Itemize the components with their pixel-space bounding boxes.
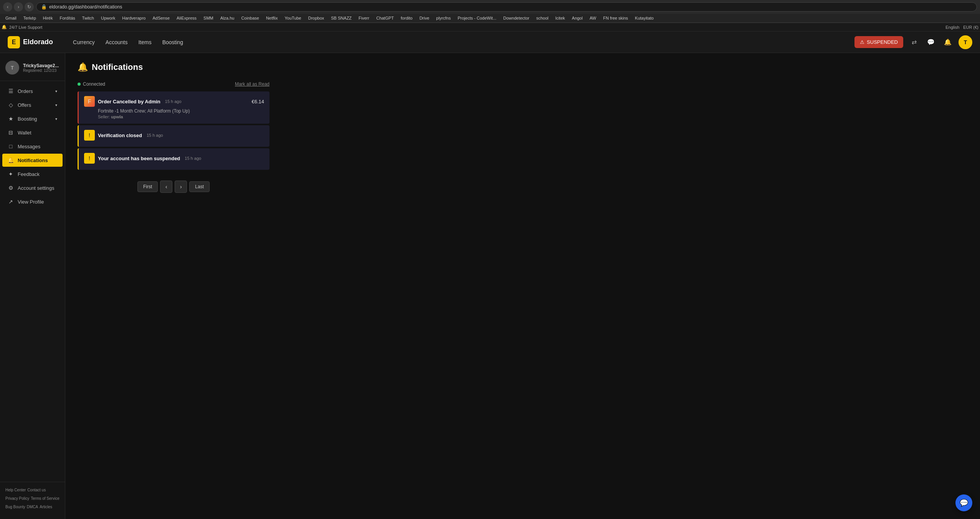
sidebar-item-account-settings[interactable]: ⚙ Account settings xyxy=(2,181,63,194)
bookmark-item[interactable]: Fiverr xyxy=(356,15,372,21)
user-avatar-button[interactable]: T xyxy=(959,35,972,49)
header-actions: ⚠ SUSPENDED ⇄ 💬 🔔 T xyxy=(854,35,972,49)
language-selector[interactable]: English xyxy=(945,25,959,30)
notif-time: 15 h ago xyxy=(147,133,163,138)
logo-icon: E xyxy=(8,36,20,48)
sidebar-item-offers[interactable]: ◇ Offers ▾ xyxy=(2,98,63,111)
bookmark-item[interactable]: Drive xyxy=(417,15,432,21)
header-nav-boosting[interactable]: Boosting xyxy=(158,36,188,48)
bookmark-item[interactable]: lcitek xyxy=(553,15,567,21)
bookmark-item[interactable]: AW xyxy=(587,15,598,21)
sidebar-item-notifications[interactable]: 🔔 Notifications xyxy=(2,154,63,167)
notif-time: 15 h ago xyxy=(185,156,201,161)
footer-link[interactable]: Terms of Service xyxy=(31,495,59,502)
bookmark-item[interactable]: SMM xyxy=(201,15,216,21)
notification-icon-button[interactable]: 🔔 xyxy=(942,36,954,48)
footer-link[interactable]: Help Center xyxy=(5,487,26,494)
bookmark-item[interactable]: Kutayitato xyxy=(633,15,656,21)
footer-link[interactable]: Bug Bounty xyxy=(5,504,25,511)
connection-status: Connected Mark all as Read xyxy=(78,81,269,87)
last-page-button[interactable]: Last xyxy=(189,181,210,192)
connected-text: Connected xyxy=(83,81,105,87)
arrow-icon: ▾ xyxy=(55,103,57,107)
sidebar-item-view-profile[interactable]: ↗ View Profile xyxy=(2,195,63,208)
header-nav-accounts[interactable]: Accounts xyxy=(101,36,132,48)
sidebar-item-messages[interactable]: □ Messages xyxy=(2,140,63,153)
notifications-icon: 🔔 xyxy=(8,157,14,163)
sidebar-label-offers: Offers xyxy=(18,102,31,108)
sidebar-label-feedback: Feedback xyxy=(18,171,40,177)
back-button[interactable]: ‹ xyxy=(3,2,12,12)
address-bar[interactable]: 🔒 eldorado.gg/dashboard/notifications xyxy=(36,2,977,12)
bookmark-item[interactable]: Alza.hu xyxy=(218,15,237,21)
reload-button[interactable]: ↻ xyxy=(25,2,34,12)
logo[interactable]: E Eldorado xyxy=(8,36,53,48)
bookmark-item[interactable]: school xyxy=(534,15,551,21)
notif-title: Your account has been suspended xyxy=(98,156,180,161)
notif-icon: ! xyxy=(84,130,95,141)
bookmark-item[interactable]: fordito xyxy=(398,15,415,21)
sidebar-item-wallet[interactable]: ⊟ Wallet xyxy=(2,126,63,139)
bookmark-item[interactable]: FN free skins xyxy=(601,15,630,21)
notification-item[interactable]: F Order Cancelled by Admin 15 h ago €6.1… xyxy=(78,91,269,124)
bookmark-item[interactable]: Downdetector xyxy=(501,15,532,21)
header-nav-currency[interactable]: Currency xyxy=(68,36,99,48)
notif-seller: Seller: upwla xyxy=(98,114,264,119)
bookmark-item[interactable]: Upwork xyxy=(99,15,117,21)
mark-all-read-link[interactable]: Mark all as Read xyxy=(235,81,269,87)
suspended-button[interactable]: ⚠ SUSPENDED xyxy=(854,36,903,48)
footer-link[interactable]: Privacy Policy xyxy=(5,495,29,502)
notif-header: F Order Cancelled by Admin 15 h ago €6.1… xyxy=(84,96,264,107)
sidebar-item-feedback[interactable]: ✦ Feedback xyxy=(2,167,63,181)
app-wrapper: E Eldorado CurrencyAccountsItemsBoosting… xyxy=(0,32,980,519)
bookmark-item[interactable]: Hirék xyxy=(41,15,55,21)
bookmark-item[interactable]: Gmail xyxy=(3,15,19,21)
forward-button[interactable]: › xyxy=(14,2,23,12)
bookmark-item[interactable]: Twitch xyxy=(80,15,96,21)
footer-link[interactable]: Contact us xyxy=(27,487,46,494)
bookmark-item[interactable]: Fordítás xyxy=(57,15,77,21)
bookmark-item[interactable]: plyrcfns xyxy=(434,15,453,21)
wallet-icon: ⊟ xyxy=(8,129,14,136)
first-page-button[interactable]: First xyxy=(137,181,158,192)
footer-link[interactable]: Articles xyxy=(40,504,52,511)
bookmark-item[interactable]: AliExpress xyxy=(174,15,199,21)
currency-selector[interactable]: EUR (€) xyxy=(963,25,978,30)
bookmark-item[interactable]: Angol xyxy=(570,15,585,21)
notif-description: Fortnite -1 Month Crew; All Platform (To… xyxy=(98,108,264,114)
header: E Eldorado CurrencyAccountsItemsBoosting… xyxy=(0,32,980,53)
transfer-icon-button[interactable]: ⇄ xyxy=(908,36,920,48)
chat-widget[interactable]: 💬 xyxy=(955,494,972,511)
prev-page-button[interactable]: ‹ xyxy=(160,181,172,193)
notifications-container: Connected Mark all as Read F Order Cance… xyxy=(78,81,269,193)
header-nav-items[interactable]: Items xyxy=(134,36,156,48)
bookmark-item[interactable]: AdSense xyxy=(150,15,172,21)
sidebar-footer: Help Center Contact us Privacy Policy Te… xyxy=(0,482,65,515)
offers-icon: ◇ xyxy=(8,102,14,108)
bookmarks-bar: GmailTerképHirékFordításTwitchUpworkHard… xyxy=(0,14,980,23)
bookmark-item[interactable]: ChatGPT xyxy=(374,15,396,21)
sidebar-item-orders[interactable]: ☰ Orders ▾ xyxy=(2,85,63,98)
bookmark-item[interactable]: Hardverapro xyxy=(120,15,148,21)
notif-amount: €6.14 xyxy=(251,99,264,104)
bookmark-item[interactable]: YouTube xyxy=(282,15,303,21)
notification-item[interactable]: ! Verification closed 15 h ago xyxy=(78,125,269,147)
sidebar-item-boosting[interactable]: ★ Boosting ▾ xyxy=(2,112,63,125)
footer-link[interactable]: DMCA xyxy=(27,504,38,511)
notif-icon: ! xyxy=(84,153,95,164)
bookmark-item[interactable]: Terkép xyxy=(21,15,38,21)
browser-toolbar: ‹ › ↻ 🔒 eldorado.gg/dashboard/notificati… xyxy=(0,0,980,14)
sidebar: T TrickySavage2... Registered: 12/2/23 ☰… xyxy=(0,53,65,519)
bookmark-item[interactable]: Dropbox xyxy=(306,15,327,21)
next-page-button[interactable]: › xyxy=(175,181,187,193)
bookmark-item[interactable]: SB SNAZZ xyxy=(329,15,354,21)
bookmark-item[interactable]: Coinbase xyxy=(239,15,261,21)
lock-icon: 🔒 xyxy=(41,4,47,10)
bookmark-item[interactable]: Projects - CodeWit... xyxy=(455,15,499,21)
chat-icon-button[interactable]: 💬 xyxy=(925,36,937,48)
notifications-list: F Order Cancelled by Admin 15 h ago €6.1… xyxy=(78,91,269,170)
sidebar-label-view-profile: View Profile xyxy=(18,199,44,205)
notification-item[interactable]: ! Your account has been suspended 15 h a… xyxy=(78,148,269,170)
chat-widget-icon: 💬 xyxy=(960,499,968,507)
bookmark-item[interactable]: Netflix xyxy=(264,15,280,21)
